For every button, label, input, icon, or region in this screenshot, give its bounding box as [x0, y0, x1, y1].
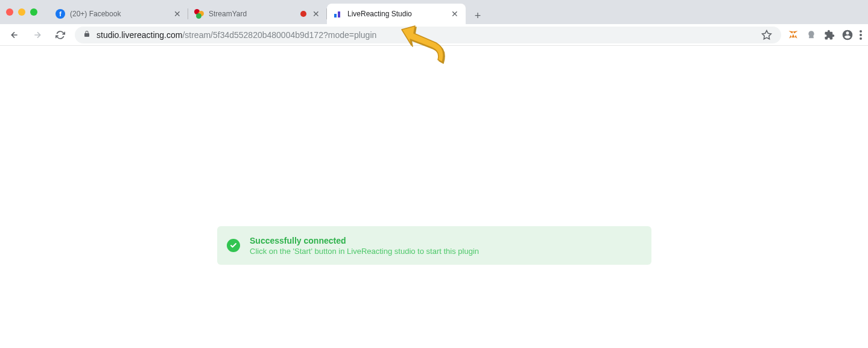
forward-button[interactable]	[29, 27, 46, 43]
lock-icon	[83, 30, 90, 40]
tab-facebook[interactable]: f (20+) Facebook ✕	[49, 4, 188, 24]
alert-title: Successfully connected	[250, 236, 479, 245]
chrome-menu-button[interactable]	[860, 29, 862, 41]
svg-point-1	[860, 30, 862, 33]
svg-point-3	[860, 37, 862, 40]
reload-button[interactable]	[52, 27, 69, 43]
bookmark-star-button[interactable]	[761, 29, 773, 41]
svg-point-2	[860, 34, 862, 36]
tab-close-button[interactable]: ✕	[450, 9, 460, 19]
tab-title: LiveReacting Studio	[347, 10, 450, 18]
extensions-puzzle-icon[interactable]	[823, 29, 835, 41]
svg-marker-0	[762, 30, 771, 39]
toolbar-right	[787, 29, 862, 41]
alert-content: Successfully connected Click on the 'Sta…	[250, 236, 479, 256]
alert-description: Click on the 'Start' button in LiveReact…	[250, 247, 479, 256]
tab-title: StreamYard	[209, 10, 300, 18]
tab-livereacting[interactable]: LiveReacting Studio ✕	[327, 4, 466, 24]
profile-button[interactable]	[841, 29, 854, 41]
tabs-container: f (20+) Facebook ✕ StreamYard ✕ LiveReac…	[49, 0, 486, 24]
tab-close-button[interactable]: ✕	[311, 9, 321, 19]
facebook-favicon: f	[55, 9, 65, 19]
window-controls	[6, 8, 37, 16]
tab-title: (20+) Facebook	[70, 10, 173, 18]
metamask-extension-icon[interactable]	[787, 29, 799, 41]
window-maximize-button[interactable]	[30, 8, 37, 16]
extension-icon[interactable]	[805, 29, 817, 41]
url-text: studio.livereacting.com/stream/5f34d5528…	[97, 30, 376, 40]
livereacting-favicon	[333, 9, 343, 19]
tab-streamyard[interactable]: StreamYard ✕	[188, 4, 327, 24]
page-content: Successfully connected Click on the 'Sta…	[0, 46, 868, 348]
check-circle-icon	[227, 239, 240, 252]
tab-close-button[interactable]: ✕	[173, 9, 182, 19]
recording-indicator-icon	[300, 11, 306, 17]
new-tab-button[interactable]: +	[469, 7, 486, 24]
address-bar[interactable]: studio.livereacting.com/stream/5f34d5528…	[75, 27, 781, 43]
browser-toolbar: studio.livereacting.com/stream/5f34d5528…	[0, 24, 868, 46]
tab-strip: f (20+) Facebook ✕ StreamYard ✕ LiveReac…	[0, 0, 868, 24]
window-close-button[interactable]	[6, 8, 13, 16]
streamyard-favicon	[194, 9, 204, 19]
back-button[interactable]	[6, 27, 23, 43]
success-alert: Successfully connected Click on the 'Sta…	[217, 226, 651, 265]
window-minimize-button[interactable]	[18, 8, 25, 16]
